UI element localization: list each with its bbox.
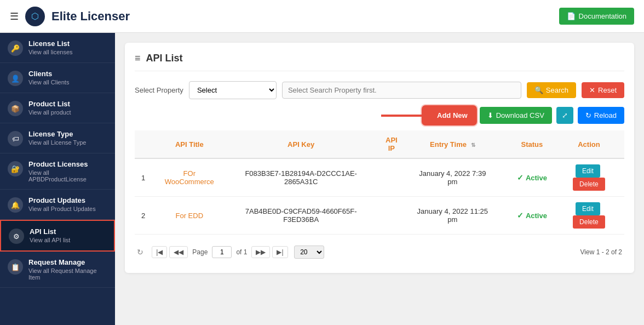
sidebar-item-sublabel: View all Product Updates [28, 206, 96, 212]
api-key-cell: 7AB4BE0D-C9CFAD59-4660F65F-F3ED36BA [227, 197, 375, 235]
sidebar: 🔑 License List View all licenses 👤 Clien… [0, 33, 115, 325]
col-api-title: API Title [152, 130, 227, 158]
sidebar-item-sublabel: View all APBDProductLicense [28, 169, 107, 183]
search-button[interactable]: 🔍 Search [527, 82, 576, 98]
pagination-row: ↻ |◀ ◀◀ Page of 1 ▶▶ ▶| 20 50 100 [135, 241, 624, 263]
row-num: 2 [135, 197, 152, 235]
edit-button-row1[interactable]: Edit [576, 164, 600, 178]
hamburger-icon[interactable]: ☰ [10, 10, 19, 22]
col-status: Status [510, 130, 554, 158]
header-left: ☰ ⬡ Elite Licenser [10, 7, 130, 26]
sidebar-item-sublabel: View all licenses [28, 49, 73, 55]
sidebar-item-label: Product List [28, 100, 71, 108]
property-select[interactable]: Select [189, 81, 277, 99]
refresh-icon[interactable]: ↻ [137, 248, 143, 256]
content-card: ≡ API List Select Property Select 🔍 Sear… [125, 43, 634, 273]
page-title-row: ≡ API List [135, 53, 624, 71]
sidebar-item-clients[interactable]: 👤 Clients View all Clients [0, 63, 115, 93]
sidebar-item-request-manage[interactable]: 📋 Request Manage View all Request Manage… [0, 252, 115, 288]
api-table: API Title API Key API IP Entry Time ⇅ St… [135, 130, 624, 235]
table-row: 1 FOr WooCommerce F083B3E7-1B28194A-D2CC… [135, 158, 624, 197]
download-csv-button[interactable]: ⬇ Download CSV [480, 107, 552, 124]
api-ip-cell [375, 158, 408, 197]
logo-icon: ⬡ [25, 7, 45, 26]
action-cell: Edit Delete [554, 158, 624, 197]
doc-icon: 📄 [567, 12, 576, 20]
sidebar-item-product-list[interactable]: 📦 Product List View all product [0, 93, 115, 123]
add-new-button[interactable]: + Add New [423, 107, 475, 124]
sidebar-item-label: API List [30, 227, 70, 236]
col-action: Action [554, 130, 624, 158]
page-label: Page [192, 248, 208, 256]
clients-icon: 👤 [8, 71, 23, 86]
top-header: ☰ ⬡ Elite Licenser 📄 Documentation [0, 0, 644, 33]
action-row-wrapper: + Add New ⬇ Download CSV ⤢ ↻ Reload [135, 107, 624, 124]
reload-button[interactable]: ↻ Reload [578, 107, 624, 124]
sidebar-item-label: Request Manage [28, 258, 107, 266]
license-list-icon: 🔑 [8, 41, 23, 56]
table-row: 2 For EDD 7AB4BE0D-C9CFAD59-4660F65F-F3E… [135, 197, 624, 235]
sidebar-item-license-type[interactable]: 🏷 License Type View all License Type [0, 123, 115, 153]
sidebar-item-sublabel: View all API list [30, 237, 70, 243]
sidebar-item-sublabel: View all Request Manage Item [28, 267, 107, 281]
sidebar-item-sublabel: View all Clients [28, 79, 69, 85]
page-size-select[interactable]: 20 50 100 [294, 246, 324, 259]
col-entry-time: Entry Time ⇅ [408, 130, 497, 158]
x-icon: ✕ [589, 86, 595, 94]
status-dot-icon: ✓ [517, 173, 524, 182]
search-input[interactable] [282, 82, 521, 99]
reload-icon: ↻ [585, 111, 591, 119]
delete-button-row2[interactable]: Delete [573, 215, 605, 229]
sidebar-item-license-list[interactable]: 🔑 License List View all licenses [0, 33, 115, 63]
search-icon: 🔍 [534, 86, 543, 94]
col-checkbox [135, 130, 152, 158]
sidebar-item-sublabel: View all product [28, 109, 71, 116]
product-updates-icon: 🔔 [8, 197, 23, 213]
status-cell: ✓ Active [510, 158, 554, 197]
delete-button-row1[interactable]: Delete [573, 178, 605, 191]
sidebar-item-product-updates[interactable]: 🔔 Product Updates View all Product Updat… [0, 190, 115, 220]
api-key-cell: F083B3E7-1B28194A-D2CCC1AE-2865A31C [227, 158, 375, 197]
sidebar-item-sublabel: View all License Type [28, 139, 86, 146]
app-title: Elite Licenser [51, 9, 130, 24]
sidebar-item-label: License List [28, 39, 73, 48]
last-page-button[interactable]: ▶| [272, 246, 288, 258]
status-badge: ✓ Active [517, 173, 547, 182]
page-number-input[interactable] [212, 246, 232, 258]
request-manage-icon: 📋 [8, 259, 23, 275]
api-ip-cell [375, 197, 408, 235]
table-header-row: API Title API Key API IP Entry Time ⇅ St… [135, 130, 624, 158]
page-title: API List [146, 53, 183, 64]
documentation-button[interactable]: 📄 Documentation [559, 8, 634, 25]
api-title-cell: FOr WooCommerce [152, 158, 227, 197]
sort-icon: ⇅ [471, 142, 475, 148]
col-api-key: API Key [227, 130, 375, 158]
download-icon: ⬇ [487, 111, 493, 119]
action-cell: Edit Delete [554, 197, 624, 235]
api-title-cell: For EDD [152, 197, 227, 235]
view-info: View 1 - 2 of 2 [580, 248, 623, 256]
expand-button[interactable]: ⤢ [556, 107, 573, 124]
pagination-controls: ↻ |◀ ◀◀ Page of 1 ▶▶ ▶| 20 50 100 [137, 246, 324, 259]
action-row: + Add New ⬇ Download CSV ⤢ ↻ Reload [135, 107, 624, 124]
product-licenses-icon: 🔐 [8, 161, 23, 176]
prev-page-button[interactable]: ◀◀ [169, 246, 188, 258]
edit-button-row2[interactable]: Edit [576, 202, 600, 215]
sidebar-item-label: Product Updates [28, 196, 96, 204]
page-title-icon: ≡ [135, 53, 141, 64]
layout: 🔑 License List View all licenses 👤 Clien… [0, 33, 644, 325]
sidebar-item-label: Clients [28, 70, 69, 78]
sidebar-item-api-list[interactable]: ⚙ API List View all API list [0, 220, 115, 252]
entry-time-cell: January 4, 2022 11:25 pm [408, 197, 497, 235]
entry-time-cell: January 4, 2022 7:39 pm [408, 158, 497, 197]
next-page-button[interactable]: ▶▶ [251, 246, 270, 258]
col-api-ip: API IP [375, 130, 408, 158]
sidebar-item-label: License Type [28, 130, 86, 138]
row-num: 1 [135, 158, 152, 197]
first-page-button[interactable]: |◀ [152, 246, 167, 258]
license-type-icon: 🏷 [8, 131, 23, 146]
sidebar-item-product-licenses[interactable]: 🔐 Product Licenses View all APBDProductL… [0, 153, 115, 190]
api-list-icon: ⚙ [9, 229, 24, 244]
product-list-icon: 📦 [8, 101, 23, 116]
reset-button[interactable]: ✕ Reset [582, 82, 624, 98]
